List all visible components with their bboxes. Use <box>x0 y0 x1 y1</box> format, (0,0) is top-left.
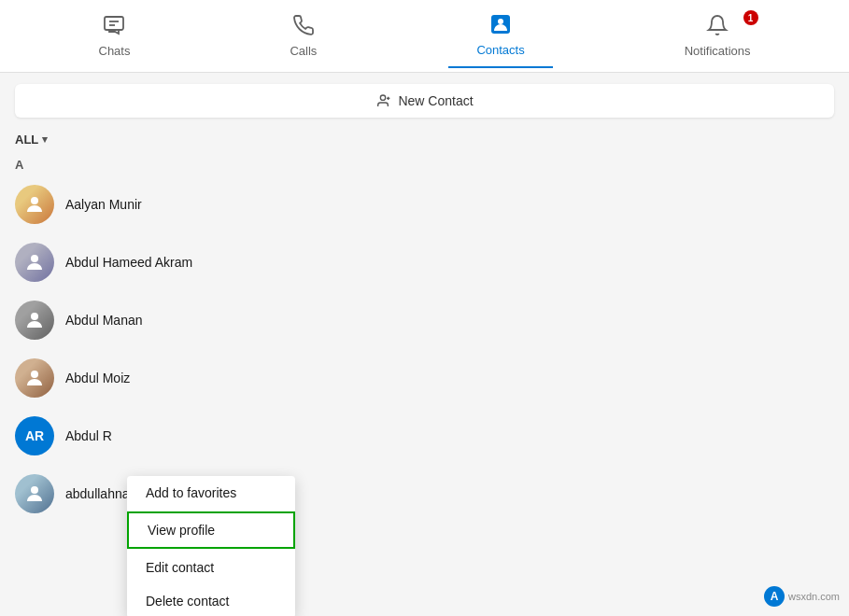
nav-contacts[interactable]: Contacts <box>448 4 552 68</box>
watermark: A wsxdn.com <box>764 586 840 607</box>
notifications-icon <box>706 14 729 40</box>
nav-chats[interactable]: Chats <box>71 5 159 67</box>
list-item[interactable]: Abdul Manan <box>0 291 849 349</box>
avatar <box>15 358 54 398</box>
main-content: New Contact ALL ▾ A Aalyan Munir <box>0 73 849 616</box>
nav-chats-label: Chats <box>99 44 131 58</box>
contact-name: Abdul Manan <box>65 313 143 328</box>
context-menu-item-view-profile[interactable]: View profile <box>127 511 295 549</box>
new-contact-bar: New Contact <box>0 73 849 129</box>
avatar <box>15 185 54 224</box>
nav-notifications[interactable]: 1 Notifications <box>657 5 779 67</box>
person-silhouette <box>23 483 46 505</box>
list-item[interactable]: AR Abdul R <box>0 407 849 465</box>
new-contact-icon <box>375 93 390 108</box>
nav-notifications-label: Notifications <box>685 44 751 58</box>
person-silhouette <box>23 367 46 389</box>
nav-calls-label: Calls <box>290 44 317 58</box>
list-item[interactable]: Abdul Moiz <box>0 349 849 407</box>
svg-point-4 <box>498 19 503 24</box>
contact-name: abdullahnaz <box>65 486 136 501</box>
list-item[interactable]: Abdul Hameed Akram <box>0 233 849 291</box>
chat-icon <box>103 14 125 40</box>
filter-label: ALL <box>15 133 38 147</box>
top-navigation: Chats Calls Contacts 1 Notifications <box>0 0 849 73</box>
contact-name: Abdul Moiz <box>65 371 130 385</box>
edit-contact-label: Edit contact <box>146 560 214 575</box>
contacts-icon <box>489 13 512 39</box>
avatar: AR <box>15 416 54 455</box>
filter-row[interactable]: ALL ▾ <box>0 129 849 154</box>
svg-rect-0 <box>105 17 123 30</box>
context-menu-item-delete-contact[interactable]: Delete contact <box>127 584 295 616</box>
list-item[interactable]: Aalyan Munir <box>0 175 849 233</box>
avatar-initials: AR <box>25 428 44 443</box>
person-silhouette <box>23 309 46 331</box>
delete-contact-label: Delete contact <box>146 594 230 609</box>
new-contact-button[interactable]: New Contact <box>15 84 834 118</box>
context-menu-item-edit-contact[interactable]: Edit contact <box>127 551 295 584</box>
add-favorites-label: Add to favorites <box>146 485 236 500</box>
svg-point-9 <box>31 255 38 262</box>
contact-name: Aalyan Munir <box>65 197 142 212</box>
person-silhouette <box>23 251 46 273</box>
calls-icon <box>292 14 315 40</box>
watermark-logo: A <box>764 586 785 607</box>
avatar <box>15 474 54 513</box>
svg-point-10 <box>31 313 38 320</box>
view-profile-label: View profile <box>148 523 215 538</box>
notifications-badge: 1 <box>743 10 758 25</box>
nav-contacts-label: Contacts <box>476 43 524 57</box>
section-label-a: A <box>0 154 849 175</box>
svg-point-12 <box>31 486 38 494</box>
contact-name: Abdul R <box>65 428 112 443</box>
context-menu-item-add-favorites[interactable]: Add to favorites <box>127 476 295 510</box>
watermark-text: wsxdn.com <box>788 591 840 602</box>
person-silhouette <box>23 193 46 216</box>
svg-point-11 <box>31 371 38 378</box>
svg-point-5 <box>381 95 386 100</box>
avatar <box>15 301 54 340</box>
contact-list: Aalyan Munir Abdul Hameed Akram <box>0 175 849 523</box>
svg-point-8 <box>31 197 38 204</box>
avatar <box>15 243 54 282</box>
filter-chevron-icon: ▾ <box>42 133 48 146</box>
contact-name: Abdul Hameed Akram <box>65 255 192 270</box>
new-contact-label: New Contact <box>398 93 473 108</box>
context-menu: Add to favorites View profile Edit conta… <box>127 476 295 616</box>
nav-calls[interactable]: Calls <box>262 5 345 67</box>
